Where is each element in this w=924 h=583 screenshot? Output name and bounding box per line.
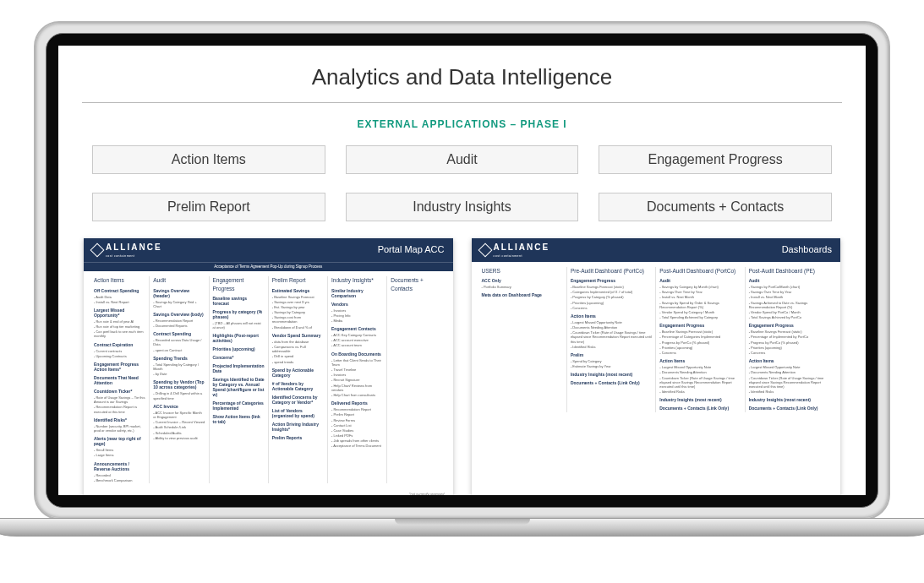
- list-item: Savings by Category: [272, 310, 324, 314]
- list-item: Install vs. Next Report: [94, 300, 145, 304]
- tab-audit[interactable]: Audit: [346, 145, 579, 174]
- group-heading: Industry Insights (most recent): [571, 372, 652, 377]
- list-item: spend trends: [272, 360, 324, 364]
- list-item: Recommendation Report is executed at thi…: [94, 405, 145, 413]
- panel-dashboards: ALLIANCE cost containment Dashboards USE…: [472, 238, 841, 495]
- list-item: Baseline Savings Forecast (static): [659, 330, 741, 334]
- laptop-frame: Analytics and Data Intelligence EXTERNAL…: [34, 21, 890, 520]
- group-heading: Vendor Spend Summary: [272, 333, 324, 338]
- list-item: Current Invoice – Recent Viewed: [153, 420, 205, 424]
- panel-column: Action ItemsOff Contract SpendingAudit D…: [90, 276, 149, 483]
- group-heading: Largest Missed Opportunity*: [94, 308, 145, 318]
- group-heading: Savings Identified to Date by Category v…: [213, 377, 265, 397]
- tab-prelim-report[interactable]: Prelim Report: [92, 193, 325, 221]
- group-heading: Concerns*: [213, 355, 265, 360]
- list-item: Baseline Savings Forecast (static): [571, 285, 652, 289]
- list-item: Recruit Signature: [331, 378, 383, 382]
- group-heading: Engagement Contacts: [331, 326, 383, 331]
- list-item: Audit Data: [94, 295, 145, 299]
- group-heading: Delivered Reports: [331, 400, 383, 406]
- list-item: Identified Risks: [749, 390, 830, 394]
- list-item: Comparisons vs. Full addressable: [272, 345, 324, 353]
- group-heading: Priorities (upcoming): [213, 346, 265, 351]
- group-heading: Spending by Vendor (Top 10 across catego…: [153, 379, 205, 390]
- tab-engagement[interactable]: Engagement Progress: [599, 145, 832, 174]
- group-heading: Action Driving Industry Insights*: [272, 422, 324, 432]
- panel-title: Portal Map ACC: [378, 243, 445, 257]
- list-item: Concerns: [659, 351, 741, 355]
- list-item: Percentage of Categories Implemented: [659, 335, 741, 339]
- panel-body: Action ItemsOff Contract SpendingAudit D…: [84, 271, 453, 490]
- list-item: Benchmark Comparison: [94, 478, 145, 482]
- list-item: ACC Key Category Contacts: [331, 333, 383, 337]
- list-item: Countdown Ticker (Rate of Usage Savings …: [571, 330, 652, 344]
- group-heading: Off Contract Spending: [94, 288, 145, 293]
- list-item: Savings by Category by Month (chart): [659, 285, 741, 289]
- group-heading: Similar Industry Comparison: [331, 288, 383, 298]
- list-item: Case Studies: [331, 428, 383, 433]
- list-item: Priorities (upcoming): [749, 346, 830, 350]
- column-heading: Audit: [153, 276, 205, 284]
- list-item: Total Spending Achieved by Category: [659, 315, 741, 319]
- list-item: Can peel back to see each item monthly: [94, 330, 145, 338]
- list-item: Concerns: [571, 306, 652, 310]
- list-item: Savings Achieved to Date vs. Savings Rec…: [749, 301, 830, 309]
- list-item: Progress by PortCo (% phased): [749, 341, 830, 345]
- group-heading: Spend by Actionable Category: [272, 368, 324, 378]
- list-item: Countdown Ticker (Rate of Usage Savings …: [659, 376, 741, 390]
- preview-panels: ALLIANCE cost containment Portal Map ACC…: [58, 238, 866, 495]
- panel-portal-map: ALLIANCE cost containment Portal Map ACC…: [84, 238, 453, 495]
- group-heading: Announcements / Reverse Auctions: [94, 461, 145, 471]
- group-heading: Highlights (Post-report activities): [213, 333, 265, 343]
- list-item: Portfolio Summary: [482, 285, 563, 289]
- list-item: Small Items: [94, 448, 145, 452]
- group-heading: On Boarding Documents: [331, 351, 383, 357]
- group-heading: List of Vendors (organized by spend): [272, 408, 324, 418]
- list-item: Drill in spend: [272, 354, 324, 358]
- page-title: Analytics and Data Intelligence: [58, 46, 866, 102]
- list-item: Categories Implemented (of X # of total): [571, 290, 652, 294]
- list-item: Prelim Report: [331, 412, 383, 417]
- screen: Analytics and Data Intelligence EXTERNAL…: [58, 46, 866, 495]
- list-item: Vendor Spend by PortCo / Month: [749, 310, 830, 314]
- list-item: Baseline Savings Forecast: [272, 295, 324, 299]
- group-heading: Estimated Savings: [272, 288, 324, 293]
- group-heading: Savings Overview (header): [153, 288, 205, 298]
- laptop-bezel: Analytics and Data Intelligence EXTERNAL…: [46, 33, 878, 508]
- list-item: data from the database: [272, 340, 324, 344]
- list-item: Install vs. Next Month: [659, 295, 741, 299]
- list-item: Rate of Usage Savings – Tie this Amount …: [94, 395, 145, 404]
- panel-column: AuditSavings Overview (header)Savings by…: [149, 276, 208, 483]
- list-item: Invoices: [331, 308, 383, 313]
- tab-industry[interactable]: Industry Insights: [346, 193, 579, 221]
- group-heading: Documents + Contacts (Link Only): [659, 406, 741, 411]
- group-heading: ACC Invoice: [153, 404, 205, 409]
- group-heading: Industry Insights (most recent): [749, 397, 830, 402]
- group-heading: Industry Insights (most recent): [659, 397, 741, 402]
- column-heading: Pre-Audit Dashboard (PortCo): [571, 267, 652, 275]
- list-item: Largest Missed Opportunity Note: [571, 320, 652, 324]
- list-item: Total Savings Achieved by PortCo: [749, 315, 830, 319]
- tab-action-items[interactable]: Action Items: [92, 145, 325, 174]
- panel-column: Pre-Audit Dashboard (PortCo)Engagement P…: [566, 267, 655, 413]
- brand-mark-icon: [90, 242, 105, 257]
- group-heading: Meta data on Dashboard Page: [482, 292, 563, 297]
- panel-header: ALLIANCE cost containment Portal Map ACC: [84, 238, 453, 262]
- list-item: Concerns: [749, 351, 830, 355]
- group-heading: Audit: [749, 278, 830, 283]
- laptop-base: [0, 518, 924, 537]
- list-item: Linked PDFs: [331, 433, 383, 438]
- list-item: Documents Needing Attention: [659, 370, 741, 374]
- list-item: Run rate & end of year AI: [94, 319, 145, 324]
- tab-documents[interactable]: Documents + Contacts: [599, 193, 832, 221]
- list-item: Scheduled Audits: [153, 431, 205, 435]
- list-item: Progress by PortCo (% phased): [659, 341, 741, 345]
- list-item: Priorities (upcoming): [571, 301, 652, 305]
- column-heading: Post-Audit Dashboard (PE): [749, 267, 830, 275]
- group-heading: Documents That Need Attention: [94, 375, 145, 385]
- list-item: Savings by PortCo/Month (chart): [749, 285, 830, 289]
- group-heading: Engagement Progress: [571, 278, 652, 283]
- list-item: Progress by Category (% phased): [571, 295, 652, 299]
- group-heading: Projected Implementation Date: [213, 363, 265, 373]
- group-heading: Prelim Reports: [272, 435, 324, 440]
